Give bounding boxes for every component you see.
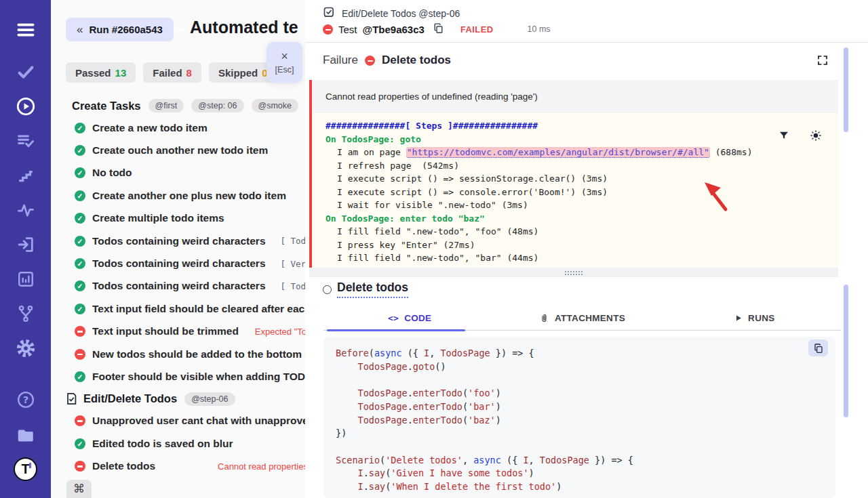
analytics-chart-icon[interactable] <box>0 266 51 293</box>
code-line: Before(async ({ I, TodosPage }) => { <box>336 347 835 360</box>
passed-icon <box>75 304 85 314</box>
status-filters: Passed 13 Failed 8 Skipped 0 <box>66 62 277 83</box>
test-row[interactable]: Todos containing weird characters[ Todo … <box>66 230 305 252</box>
detail-header: Edit/Delete Todos @step-06 Test @Tbe9a63… <box>305 0 868 43</box>
git-branch-icon[interactable] <box>0 300 51 327</box>
suite-tag: @step-06 <box>184 392 235 406</box>
command-icon: ⌘ <box>73 482 85 496</box>
tab-attachments-label: ATTACHMENTS <box>555 313 625 323</box>
runs-list-check-icon[interactable] <box>0 127 51 154</box>
paperclip-icon <box>539 313 549 324</box>
run-play-icon[interactable] <box>0 93 51 120</box>
copy-test-id-icon[interactable] <box>433 22 444 36</box>
code-viewer[interactable]: Before(async ({ I, TodosPage }) => { Tod… <box>323 337 835 498</box>
failed-label: Failed <box>153 67 182 79</box>
run-id-label: Run #2660a543 <box>89 24 162 35</box>
passed-icon <box>75 371 85 382</box>
error-message: Cannot read properties of undefined (rea… <box>312 80 838 113</box>
passed-icon <box>75 190 85 201</box>
suite-doc-icon <box>323 6 335 20</box>
suite-title: Edit/Delete Todos <box>83 392 177 405</box>
close-popup-button[interactable]: × [Esc] <box>267 42 302 83</box>
filter-steps-icon[interactable] <box>778 130 789 144</box>
test-title: Create multiple todo items <box>92 212 224 224</box>
failed-icon <box>75 461 85 472</box>
step-line: I execute script () => sessionStorage.cl… <box>326 172 838 186</box>
esc-hint: [Esc] <box>275 65 294 75</box>
settings-gear-icon[interactable] <box>0 335 51 362</box>
code-line <box>336 440 835 454</box>
test-row[interactable]: Todos containing weird characters[ Todo … <box>66 275 305 297</box>
code-line: TodosPage.enterTodo('baz') <box>336 414 835 428</box>
test-title: Todos containing weird characters <box>92 235 266 247</box>
scrollbar-thumb-bottom[interactable] <box>844 285 848 417</box>
activity-pulse-icon[interactable] <box>0 196 51 224</box>
menu-icon[interactable] <box>0 16 51 43</box>
test-row[interactable]: Create ouch another new todo item <box>66 139 305 161</box>
suite-breadcrumb[interactable]: Edit/Delete Todos @step-06 <box>342 8 460 19</box>
test-title: Create a new todo item <box>92 122 208 134</box>
test-id: @Tbe9a63c3 <box>363 24 425 35</box>
projects-folder-icon[interactable] <box>0 421 51 449</box>
status-badge: FAILED <box>460 24 494 35</box>
help-icon[interactable]: ? <box>0 386 51 413</box>
test-prefix: Test <box>338 24 357 35</box>
test-example-note: [ Todo with <box>281 281 305 291</box>
passed-count: 13 <box>115 67 127 79</box>
copy-code-button[interactable] <box>808 339 828 356</box>
passed-icon <box>75 236 85 247</box>
drag-dots-icon <box>564 270 583 275</box>
test-row[interactable]: New todos should be added to the bottom … <box>66 343 305 365</box>
test-row[interactable]: Text input field should be cleared after… <box>66 297 305 320</box>
test-row[interactable]: No todo <box>66 162 305 184</box>
test-row[interactable]: Edited todo is saved on blur <box>66 432 305 455</box>
suite-heading[interactable]: Edit/Delete Todos@step-06 <box>66 388 305 410</box>
tab-runs[interactable]: RUNS <box>669 306 841 330</box>
fullscreen-icon[interactable] <box>816 54 829 69</box>
failure-test-title: Delete todos <box>382 54 451 67</box>
test-row[interactable]: Todos containing weird characters[ Very … <box>66 252 305 274</box>
duration: 10 ms <box>528 24 551 34</box>
test-row[interactable]: Text input should be trimmedExpected "To… <box>66 320 305 343</box>
failure-icon <box>365 56 375 66</box>
close-icon: × <box>281 50 288 62</box>
filter-failed[interactable]: Failed 8 <box>143 62 201 83</box>
code-line: I.say('When I delete the first todo') <box>336 480 835 494</box>
test-title: Create another one plus new todo item <box>92 190 286 202</box>
test-row[interactable]: Create a new todo item <box>66 117 305 139</box>
keyboard-shortcuts-button[interactable]: ⌘ <box>66 480 92 498</box>
svg-text:?: ? <box>22 394 28 405</box>
test-row[interactable]: Footer should be visible when adding TOD… <box>66 365 305 388</box>
import-login-icon[interactable] <box>0 231 51 258</box>
test-row[interactable]: Create another one plus new todo item <box>66 184 305 207</box>
step-line: I fill field ".new-todo", "foo" (48ms) <box>326 225 838 238</box>
passed-icon <box>75 167 85 178</box>
tab-code[interactable]: <> CODE <box>323 306 496 330</box>
panel-resize-handle[interactable] <box>309 268 838 277</box>
play-icon <box>734 314 743 323</box>
test-row[interactable]: Unapproved user cant chat with unapprove… <box>66 410 305 432</box>
code-line: TodosPage.goto() <box>336 360 835 374</box>
tab-attachments[interactable]: ATTACHMENTS <box>496 306 668 330</box>
brightness-icon[interactable] <box>810 129 822 144</box>
steps-log[interactable]: ###############[ Steps ]################… <box>312 113 838 277</box>
passed-icon <box>75 123 85 133</box>
tests-check-icon[interactable] <box>0 58 51 85</box>
test-row[interactable]: Delete todosCannot read properties of u <box>66 455 305 477</box>
test-bullet-icon <box>323 285 332 294</box>
back-to-run-button[interactable]: « Run #2660a543 <box>66 18 174 41</box>
section-test-title[interactable]: Delete todos <box>337 281 408 298</box>
filter-passed[interactable]: Passed 13 <box>66 62 136 83</box>
test-title: Todos containing weird characters <box>92 257 266 270</box>
step-line: I refresh page (542ms) <box>326 159 838 173</box>
passed-label: Passed <box>75 67 111 79</box>
steps-stairs-icon[interactable] <box>0 162 51 189</box>
scrollbar-thumb-top[interactable] <box>844 47 848 132</box>
step-url-highlight[interactable]: "https://todomvc.com/examples/angular/di… <box>406 147 710 158</box>
suite-heading[interactable]: Create Tasks@first@step: 06@smoke@sto <box>66 95 305 117</box>
detail-tabs: <> CODE ATTACHMENTS RUNS <box>323 306 841 331</box>
test-title: No todo <box>92 167 132 179</box>
test-row[interactable]: Create multiple todo items <box>66 207 305 230</box>
code-line: TodosPage.enterTodo('foo') <box>336 387 835 400</box>
logo[interactable]: T <box>0 454 51 484</box>
